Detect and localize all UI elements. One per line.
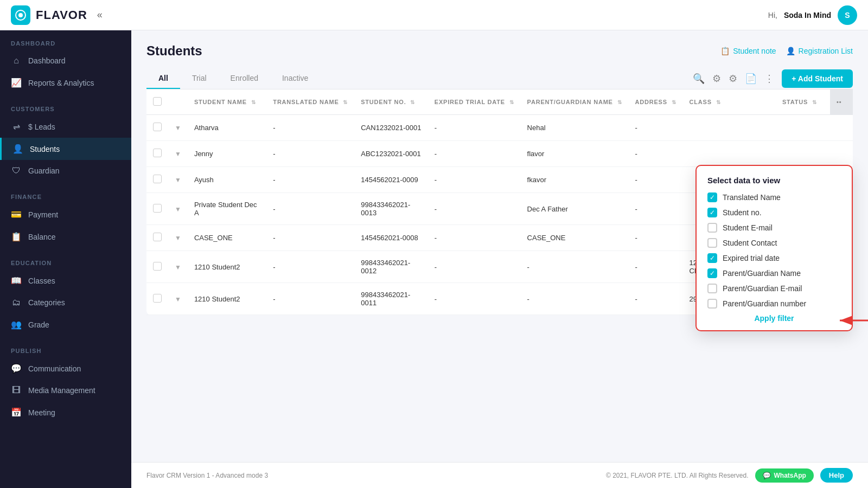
user-name: Soda In Mind (784, 11, 831, 20)
class-cell (683, 141, 776, 167)
row-checkbox[interactable] (153, 262, 162, 271)
expired-date-cell: - (428, 251, 521, 283)
expand-icon[interactable]: ▼ (175, 296, 181, 303)
popup-option-expired-trial[interactable]: ✓ Expired trial date (707, 253, 841, 263)
sidebar-label-reports: Reports & Analytics (28, 79, 94, 87)
sidebar-item-students[interactable]: 👤 Students (0, 138, 131, 160)
translated-name-cell: - (266, 251, 354, 283)
filter-icon[interactable]: ⚙ (712, 73, 721, 85)
select-all-col (146, 89, 168, 115)
sidebar-item-guardian[interactable]: 🛡 Guardian (0, 160, 131, 182)
tab-inactive[interactable]: Inactive (270, 68, 320, 89)
registration-list-btn[interactable]: 👤 Registration List (786, 47, 853, 55)
popup-checkbox-parent-number[interactable] (707, 299, 717, 309)
popup-option-parent-name[interactable]: ✓ Parent/Guardian Name (707, 268, 841, 278)
col-class[interactable]: CLASS ⇅ (683, 89, 776, 115)
tab-enrolled[interactable]: Enrolled (219, 68, 270, 89)
col-parent-guardian-name[interactable]: PARENT/GUARDIAN NAME ⇅ (521, 89, 629, 115)
popup-checkbox-student-email[interactable] (707, 223, 717, 233)
sidebar-item-categories[interactable]: 🗂 Categories (0, 292, 131, 313)
sidebar-label-categories: Categories (28, 298, 65, 307)
popup-label-student-no: Student no. (723, 208, 762, 217)
student-no-cell: 1454562021-0009 (354, 167, 428, 193)
copyright-text: © 2021, FLAVOR PTE. LTD. All Rights Rese… (606, 472, 749, 479)
row-checkbox[interactable] (153, 149, 162, 157)
row-checkbox[interactable] (153, 123, 162, 131)
parent-name-cell: - (521, 251, 629, 283)
leads-icon: ⇌ (11, 121, 22, 132)
logo-icon (11, 5, 30, 25)
sidebar-item-dashboard[interactable]: ⌂ Dashboard (0, 50, 131, 72)
col-address[interactable]: ADDRESS ⇅ (628, 89, 682, 115)
footer: Flavor CRM Version 1 - Advanced mode 3 ©… (131, 462, 868, 488)
expand-icon[interactable]: ▼ (175, 264, 181, 271)
popup-option-student-contact[interactable]: Student Contact (707, 238, 841, 248)
popup-checkbox-student-contact[interactable] (707, 238, 717, 248)
sidebar-section-finance: FINANCE 💳 Payment 📋 Balance (0, 184, 131, 250)
settings-icon[interactable]: ⚙ (729, 73, 737, 85)
popup-checkbox-expired-trial[interactable]: ✓ (707, 253, 717, 263)
parent-name-cell: Dec A Father (521, 193, 629, 225)
sidebar-section-customers: CUSTOMERS ⇌ $ Leads 👤 Students 🛡 Guardia… (0, 96, 131, 184)
popup-checkbox-parent-name[interactable]: ✓ (707, 268, 717, 278)
collapse-icon[interactable]: « (97, 9, 103, 21)
popup-label-parent-email: Parent/Guardian E-mail (723, 284, 802, 293)
popup-checkbox-student-no[interactable]: ✓ (707, 208, 717, 217)
expand-icon[interactable]: ▼ (175, 124, 181, 132)
sidebar-section-label-education: EDUCATION (0, 260, 131, 269)
student-no-cell: 1454562021-0008 (354, 225, 428, 251)
student-note-btn[interactable]: 📋 Student note (720, 47, 776, 55)
row-checkbox[interactable] (153, 233, 162, 241)
sidebar-item-communication[interactable]: 💬 Communication (0, 357, 131, 380)
apply-filter-btn[interactable]: Apply filter (707, 314, 841, 323)
sidebar-item-payment[interactable]: 💳 Payment (0, 203, 131, 226)
add-student-button[interactable]: + Add Student (782, 69, 853, 88)
svg-point-1 (18, 13, 23, 17)
row-checkbox[interactable] (153, 204, 162, 213)
sidebar-item-classes[interactable]: 📖 Classes (0, 269, 131, 292)
sidebar-item-media[interactable]: 🎞 Media Management (0, 380, 131, 401)
search-icon[interactable]: 🔍 (693, 73, 705, 85)
main-area: Students 📋 Student note 👤 Registration L… (131, 30, 868, 488)
whatsapp-btn[interactable]: 💬 WhatsApp (755, 468, 814, 483)
expand-icon[interactable]: ▼ (175, 176, 181, 184)
export-icon[interactable]: 📄 (745, 73, 757, 85)
sidebar-item-leads[interactable]: ⇌ $ Leads (0, 115, 131, 138)
help-btn[interactable]: Help (820, 468, 853, 483)
col-translated-name[interactable]: TRANSLATED NAME ⇅ (266, 89, 354, 115)
row-checkbox[interactable] (153, 175, 162, 183)
sidebar-item-meeting[interactable]: 📅 Meeting (0, 401, 131, 423)
popup-checkbox-translated-name[interactable]: ✓ (707, 192, 717, 202)
address-cell: - (628, 283, 682, 315)
tab-trial[interactable]: Trial (180, 68, 219, 89)
more-icon[interactable]: ⋮ (764, 73, 774, 85)
sidebar-section-label-publish: PUBLISH (0, 348, 131, 357)
popup-option-student-email[interactable]: Student E-mail (707, 223, 841, 233)
popup-option-student-no[interactable]: ✓ Student no. (707, 208, 841, 217)
avatar[interactable]: S (838, 5, 857, 25)
student-name-cell: 1210 Student2 (188, 283, 266, 315)
sidebar-item-reports[interactable]: 📈 Reports & Analytics (0, 72, 131, 94)
sidebar-label-leads: $ Leads (28, 123, 55, 131)
expand-icon[interactable]: ▼ (175, 150, 181, 158)
popup-option-parent-number[interactable]: Parent/Guardian number (707, 299, 841, 309)
sidebar-item-balance[interactable]: 📋 Balance (0, 226, 131, 248)
popup-option-parent-email[interactable]: Parent/Guardian E-mail (707, 284, 841, 293)
select-all-checkbox[interactable] (153, 97, 162, 106)
popup-checkbox-parent-email[interactable] (707, 284, 717, 293)
tab-all[interactable]: All (146, 68, 180, 89)
red-arrow (835, 310, 868, 331)
parent-name-cell: Nehal (521, 115, 629, 141)
logo-text: FLAVOR (36, 8, 87, 22)
col-student-no[interactable]: STUDENT NO. ⇅ (354, 89, 428, 115)
sidebar-item-grade[interactable]: 👥 Grade (0, 313, 131, 336)
row-checkbox[interactable] (153, 294, 162, 303)
popup-option-translated-name[interactable]: ✓ Translated Name (707, 192, 841, 202)
page-title: Students (146, 43, 202, 59)
expand-icon[interactable]: ▼ (175, 206, 181, 213)
expand-icon[interactable]: ▼ (175, 234, 181, 242)
address-cell: - (628, 167, 682, 193)
col-student-name[interactable]: STUDENT NAME ⇅ (188, 89, 266, 115)
col-expired-trial-date[interactable]: EXPIRED TRIAL DATE ⇅ (428, 89, 521, 115)
col-status[interactable]: STATUS ⇅ (776, 89, 830, 115)
